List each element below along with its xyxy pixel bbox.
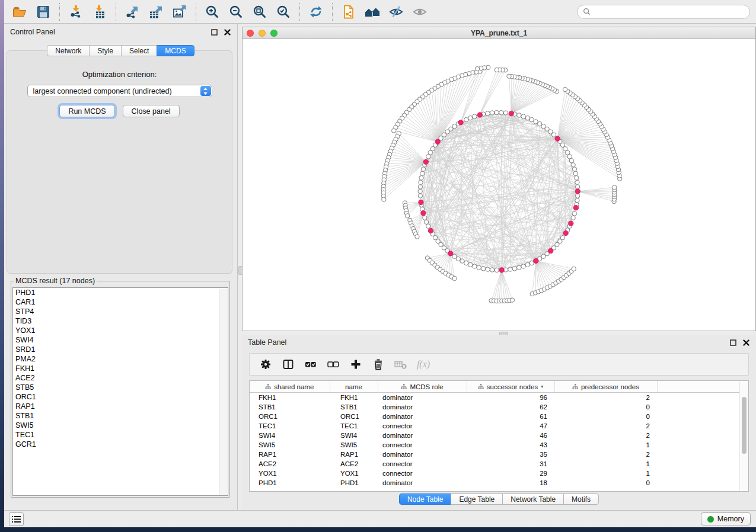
mcds-result-item[interactable]: SRD1 — [13, 345, 228, 354]
table-row[interactable]: SWI4SWI4dominator462 — [250, 431, 748, 440]
table-cell[interactable]: 1 — [554, 459, 657, 469]
tab-motifs[interactable]: Motifs — [563, 493, 599, 505]
table-cell[interactable]: 31 — [467, 459, 554, 469]
tab-network[interactable]: Network — [47, 45, 90, 56]
tab-edge-table[interactable]: Edge Table — [451, 493, 503, 505]
import-network-button[interactable] — [64, 2, 88, 22]
column-header[interactable]: shared name — [250, 381, 330, 393]
mcds-result-item[interactable]: PHD1 — [13, 288, 228, 297]
table-cell[interactable]: 47 — [467, 421, 554, 431]
table-cell[interactable]: 18 — [467, 478, 554, 488]
table-cell[interactable]: SWI5 — [250, 440, 330, 450]
table-cell[interactable]: ORC1 — [250, 412, 330, 421]
column-header[interactable]: name — [330, 381, 378, 393]
table-cell[interactable]: 62 — [467, 402, 554, 412]
show-all-button[interactable] — [408, 2, 432, 22]
mcds-result-item[interactable]: YOX1 — [13, 326, 228, 335]
zoom-out-button[interactable] — [224, 2, 248, 22]
table-cell[interactable]: PHD1 — [330, 478, 378, 488]
delete-column-button[interactable] — [368, 355, 388, 373]
column-settings-button[interactable] — [256, 355, 276, 373]
table-cell[interactable]: ACE2 — [250, 459, 330, 469]
mcds-result-item[interactable]: ACE2 — [13, 373, 228, 383]
hide-selected-button[interactable] — [384, 2, 408, 22]
split-table-button[interactable] — [278, 355, 298, 373]
table-cell[interactable]: ORC1 — [330, 412, 378, 421]
table-cell[interactable]: 29 — [467, 469, 554, 478]
mcds-result-item[interactable]: RAP1 — [13, 402, 228, 411]
houses-button[interactable] — [361, 2, 384, 22]
table-scrollbar[interactable] — [739, 382, 748, 491]
float-panel-button[interactable] — [210, 28, 218, 36]
table-scrollbar-thumb[interactable] — [742, 397, 747, 454]
table-cell[interactable]: dominator — [378, 450, 467, 459]
table-row[interactable]: STB1STB1dominator620 — [250, 402, 748, 412]
mcds-result-item[interactable]: SWI4 — [13, 335, 228, 345]
table-cell[interactable]: 1 — [554, 440, 657, 450]
table-cell[interactable]: 61 — [467, 412, 554, 421]
export-table-button[interactable] — [144, 2, 168, 22]
table-cell[interactable]: TEC1 — [250, 421, 330, 431]
zoom-selected-button[interactable] — [272, 2, 295, 22]
memory-button[interactable]: Memory — [701, 512, 751, 525]
import-table-button[interactable] — [88, 2, 111, 22]
mcds-result-item[interactable]: STB1 — [13, 411, 228, 421]
zoom-in-button[interactable] — [200, 2, 224, 22]
table-cell[interactable]: 0 — [554, 412, 657, 421]
table-cell[interactable]: 0 — [554, 478, 657, 488]
close-panel-action-button[interactable]: Close panel — [123, 105, 180, 117]
table-cell[interactable]: connector — [378, 459, 467, 469]
table-cell[interactable]: FKH1 — [250, 393, 330, 403]
mcds-result-item[interactable]: GCR1 — [13, 440, 228, 449]
tab-network-table[interactable]: Network Table — [502, 493, 564, 505]
add-column-button[interactable] — [346, 355, 366, 373]
mcds-scrollbar-track[interactable] — [219, 289, 227, 495]
search-box[interactable] — [577, 5, 750, 19]
criterion-dropdown[interactable]: largest connected component (undirected) — [27, 85, 212, 97]
open-session-button[interactable] — [8, 2, 31, 22]
table-cell[interactable]: dominator — [378, 478, 467, 488]
table-cell[interactable]: 46 — [467, 431, 554, 440]
tab-mcds[interactable]: MCDS — [157, 45, 194, 56]
table-cell[interactable]: SWI5 — [330, 440, 378, 450]
table-cell[interactable]: ACE2 — [330, 459, 378, 469]
table-cell[interactable]: dominator — [378, 402, 467, 412]
table-cell[interactable]: RAP1 — [330, 450, 378, 459]
mcds-result-item[interactable]: ORC1 — [13, 392, 228, 402]
save-session-button[interactable] — [31, 2, 55, 22]
run-mcds-button[interactable]: Run MCDS — [59, 105, 114, 117]
network-window-titlebar[interactable]: YPA_prune.txt_1 — [243, 27, 755, 39]
table-cell[interactable]: 35 — [467, 450, 554, 459]
table-cell[interactable]: 43 — [467, 440, 554, 450]
function-builder-button[interactable]: f(x) — [413, 355, 433, 373]
vertical-splitter[interactable] — [238, 24, 242, 511]
table-cell[interactable]: PHD1 — [250, 478, 330, 488]
mcds-result-item[interactable]: STB5 — [13, 383, 228, 392]
table-row[interactable]: PHD1PHD1dominator180 — [250, 478, 748, 488]
export-image-button[interactable] — [168, 2, 192, 22]
window-close-button[interactable] — [247, 30, 254, 37]
zoom-fit-button[interactable] — [248, 2, 272, 22]
column-header[interactable]: MCDS role — [378, 381, 467, 393]
window-zoom-button[interactable] — [270, 30, 277, 37]
table-cell[interactable]: YOX1 — [330, 469, 378, 478]
table-cell[interactable]: SWI4 — [330, 431, 378, 440]
tab-style[interactable]: Style — [89, 45, 122, 56]
table-row[interactable]: RAP1RAP1dominator352 — [250, 450, 748, 459]
table-row[interactable]: SWI5SWI5connector431 — [250, 440, 748, 450]
table-row[interactable]: FKH1FKH1dominator962 — [250, 393, 748, 403]
float-panel-button[interactable] — [729, 338, 737, 347]
table-cell[interactable]: dominator — [378, 412, 467, 421]
table-cell[interactable]: connector — [378, 469, 467, 478]
table-row[interactable]: TEC1TEC1connector472 — [250, 421, 748, 431]
table-row[interactable]: YOX1YOX1connector291 — [250, 469, 748, 478]
table-cell[interactable]: connector — [378, 421, 467, 431]
table-row[interactable]: ACE2ACE2connector311 — [250, 459, 748, 469]
mcds-result-item[interactable]: SWI5 — [13, 421, 228, 430]
table-cell[interactable]: 96 — [467, 393, 554, 403]
select-all-button[interactable] — [301, 355, 321, 373]
delete-table-button[interactable] — [391, 355, 411, 373]
mcds-result-item[interactable]: STP4 — [13, 307, 228, 316]
table-cell[interactable]: FKH1 — [330, 393, 378, 403]
table-cell[interactable]: SWI4 — [250, 431, 330, 440]
